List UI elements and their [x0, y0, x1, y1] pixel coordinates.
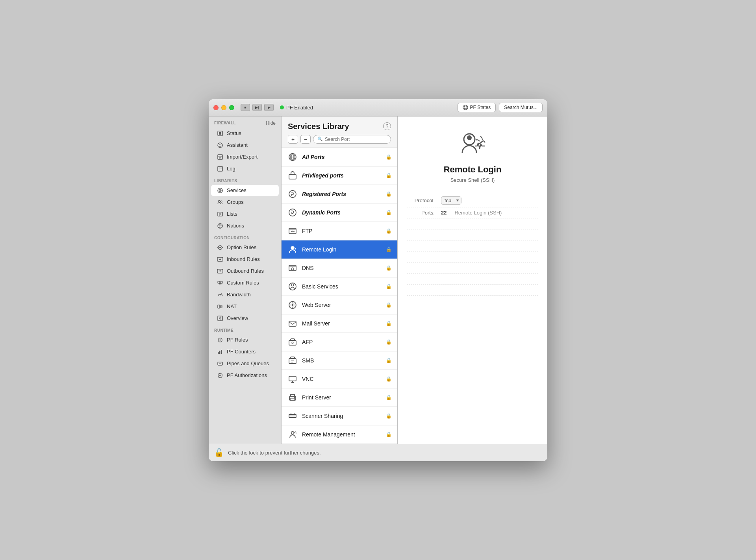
close-button[interactable] — [213, 105, 219, 110]
service-name: Scanner Sharing — [302, 413, 386, 419]
svg-point-70 — [292, 342, 293, 344]
sidebar-item-groups[interactable]: Groups — [211, 197, 279, 208]
privileged-ports-icon — [287, 170, 298, 181]
service-item-web-server[interactable]: Web Server 🔒 — [282, 296, 397, 314]
service-item-all-ports[interactable]: All Ports 🔒 — [282, 148, 397, 166]
step-button[interactable]: ▶| — [252, 104, 262, 111]
app-window: ■ ▶| ▶ PF Enabled PF States — [209, 99, 547, 461]
svg-point-63 — [291, 268, 294, 270]
minimize-button[interactable] — [221, 105, 226, 110]
service-item-registered-ports[interactable]: Registered Ports 🔒 — [282, 185, 397, 203]
panel-title: Services Library — [288, 122, 349, 131]
sidebar-item-services[interactable]: Services — [211, 185, 279, 196]
svg-point-17 — [220, 190, 221, 191]
sidebar-item-bandwidth[interactable]: Bandwidth — [211, 289, 279, 300]
sidebar-item-pf-auth[interactable]: PF Authorizations — [211, 370, 279, 381]
sidebar-item-lists[interactable]: Lists — [211, 209, 279, 220]
lock-padlock[interactable]: 🔓 — [214, 448, 224, 457]
service-item-dynamic-ports[interactable]: Dynamic Ports 🔒 — [282, 203, 397, 222]
svg-point-7 — [220, 144, 221, 145]
main-content: FIREWALL Hide Status Assistant Import/ — [209, 116, 547, 444]
sidebar-item-option-rules[interactable]: Option Rules — [211, 242, 279, 253]
sidebar-item-nat[interactable]: NAT — [211, 301, 279, 312]
service-item-print-server[interactable]: Print Server 🔒 — [282, 388, 397, 407]
service-name: Remote Management — [302, 431, 386, 438]
service-item-smb[interactable]: SMB 🔒 — [282, 351, 397, 370]
vnc-icon — [287, 373, 298, 384]
pf-auth-icon — [217, 372, 224, 379]
sidebar-item-outbound-rules[interactable]: Outbound Rules — [211, 266, 279, 277]
svg-line-38 — [219, 283, 220, 284]
service-item-remote-login[interactable]: Remote Login 🔒 — [282, 240, 397, 259]
hide-button[interactable]: Hide — [266, 120, 276, 126]
detail-fields: Protocol: tcp udp any Ports: 22 Remote L… — [407, 194, 538, 307]
search-murus-button[interactable]: Search Murus... — [499, 103, 543, 112]
sidebar-item-overview[interactable]: Overview — [211, 313, 279, 324]
add-button[interactable]: + — [288, 135, 298, 144]
traffic-lights — [213, 105, 234, 110]
dynamic-ports-icon — [287, 207, 298, 218]
empty-row-5 — [407, 262, 538, 274]
service-item-mail-server[interactable]: Mail Server 🔒 — [282, 314, 397, 333]
pf-rules-icon — [217, 336, 224, 344]
sidebar-item-pf-counters[interactable]: PF Counters — [211, 346, 279, 357]
print-server-icon — [287, 392, 298, 403]
detail-service-name: Remote Login — [444, 164, 502, 175]
sidebar-item-label: Log — [227, 166, 235, 172]
titlebar: ■ ▶| ▶ PF Enabled PF States — [209, 99, 547, 116]
mail-server-icon — [287, 318, 298, 329]
service-item-ftp[interactable]: FTP 🔒 — [282, 222, 397, 240]
sidebar-item-pf-rules[interactable]: PF Rules — [211, 335, 279, 346]
sidebar-item-custom-rules[interactable]: Custom Rules — [211, 277, 279, 288]
configuration-section-header: CONFIGURATION — [209, 232, 281, 242]
service-item-afp[interactable]: AFP 🔒 — [282, 333, 397, 351]
pf-controls: ■ ▶| ▶ — [241, 104, 274, 111]
lock-icon: 🔒 — [386, 432, 392, 437]
ports-value: 22 Remote Login (SSH) — [441, 210, 502, 216]
sidebar-item-import-export[interactable]: Import/Export — [211, 152, 279, 163]
sidebar-item-nations[interactable]: Nations — [211, 220, 279, 231]
lock-icon: 🔒 — [386, 228, 392, 234]
service-item-remote-management[interactable]: Remote Management 🔒 — [282, 425, 397, 444]
play-button[interactable]: ▶ — [264, 104, 274, 111]
svg-point-58 — [289, 209, 296, 216]
search-input[interactable] — [325, 137, 387, 142]
sidebar-item-status[interactable]: Status — [211, 128, 279, 139]
service-item-vnc[interactable]: VNC 🔒 — [282, 370, 397, 388]
pf-states-button[interactable]: PF States — [458, 103, 496, 112]
service-name: Privileged ports — [302, 172, 386, 179]
service-item-dns[interactable]: DNS 🔒 — [282, 259, 397, 277]
service-item-scanner-sharing[interactable]: Scanner Sharing 🔒 — [282, 407, 397, 425]
lock-icon: 🔒 — [386, 154, 392, 160]
svg-rect-68 — [289, 321, 296, 326]
empty-row-4 — [407, 251, 538, 262]
svg-point-57 — [289, 190, 296, 198]
lock-icon: 🔒 — [386, 302, 392, 308]
panel-title-row: Services Library ? — [288, 122, 391, 131]
help-button[interactable]: ? — [383, 122, 391, 130]
pf-status-dot — [280, 105, 284, 109]
protocol-select[interactable]: tcp udp any — [441, 196, 461, 205]
sidebar-item-log[interactable]: Log — [211, 163, 279, 174]
svg-rect-56 — [289, 174, 296, 179]
sidebar-item-inbound-rules[interactable]: Inbound Rules — [211, 254, 279, 265]
sidebar-item-pipes-queues[interactable]: Pipes and Queues — [211, 358, 279, 369]
inbound-rules-icon — [217, 256, 224, 263]
sidebar-item-label: Option Rules — [227, 244, 256, 250]
svg-rect-37 — [219, 284, 221, 285]
remove-button[interactable]: − — [300, 135, 311, 144]
lock-icon: 🔒 — [386, 210, 392, 215]
lock-icon: 🔒 — [386, 395, 392, 400]
pf-status-label: PF Enabled — [286, 105, 313, 111]
svg-rect-8 — [218, 155, 222, 159]
fullscreen-button[interactable] — [229, 105, 234, 110]
sidebar-item-assistant[interactable]: Assistant — [211, 140, 279, 151]
empty-row-8 — [407, 296, 538, 307]
service-item-basic-services[interactable]: Basic Services 🔒 — [282, 277, 397, 296]
port-description: Remote Login (SSH) — [454, 210, 502, 216]
service-name: Remote Login — [302, 246, 386, 253]
service-item-privileged-ports[interactable]: Privileged ports 🔒 — [282, 166, 397, 185]
web-server-icon — [287, 299, 298, 310]
stop-button[interactable]: ■ — [241, 104, 250, 111]
lock-icon: 🔒 — [386, 173, 392, 178]
